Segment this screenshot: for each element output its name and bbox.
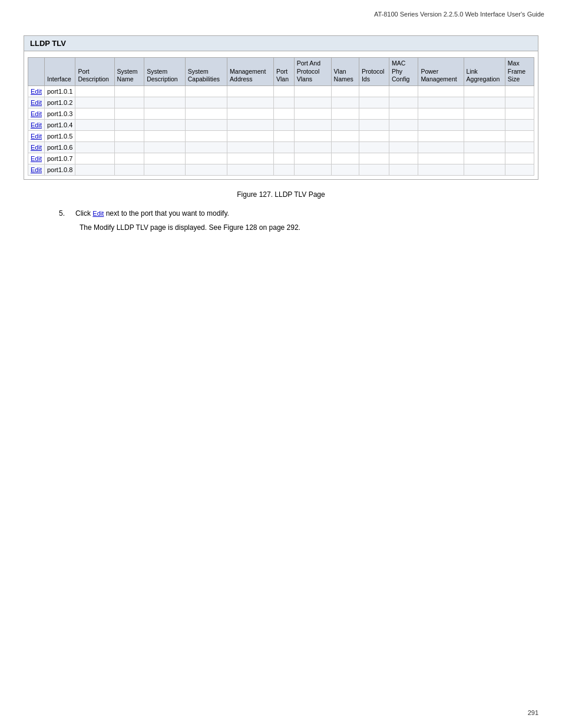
- data-cell: [331, 141, 359, 153]
- data-cell: [75, 85, 114, 97]
- data-cell: [227, 108, 274, 119]
- data-cell: [389, 108, 418, 119]
- data-cell: [75, 164, 114, 175]
- data-cell: [331, 85, 359, 97]
- edit-cell[interactable]: Edit: [28, 164, 45, 175]
- edit-cell[interactable]: Edit: [28, 108, 45, 119]
- data-cell: [389, 141, 418, 153]
- data-cell: [418, 97, 464, 108]
- data-cell: [359, 108, 389, 119]
- data-cell: [274, 85, 295, 97]
- data-cell: [464, 164, 505, 175]
- table-row: Editport1.0.4: [28, 119, 534, 130]
- data-cell: [75, 119, 114, 130]
- edit-link[interactable]: Edit: [31, 166, 42, 173]
- edit-link[interactable]: Edit: [31, 133, 42, 140]
- col-header-max-frame: Max Frame Size: [505, 58, 534, 86]
- edit-cell[interactable]: Edit: [28, 119, 45, 130]
- data-cell: [274, 130, 295, 141]
- interface-cell: port1.0.8: [44, 164, 75, 175]
- data-cell: [114, 97, 144, 108]
- edit-link-step[interactable]: Edit: [92, 210, 104, 217]
- data-cell: [185, 108, 227, 119]
- data-cell: [389, 164, 418, 175]
- edit-link[interactable]: Edit: [31, 99, 42, 106]
- step-text-before: Click: [75, 209, 92, 218]
- data-cell: [464, 153, 505, 164]
- edit-cell[interactable]: Edit: [28, 153, 45, 164]
- data-cell: [331, 164, 359, 175]
- data-cell: [185, 97, 227, 108]
- data-cell: [464, 141, 505, 153]
- interface-cell: port1.0.1: [44, 85, 75, 97]
- data-cell: [144, 85, 186, 97]
- data-cell: [114, 164, 144, 175]
- edit-cell[interactable]: Edit: [28, 97, 45, 108]
- data-cell: [114, 108, 144, 119]
- data-cell: [227, 97, 274, 108]
- data-cell: [359, 85, 389, 97]
- step-text-after: next to the port that you want to modify…: [104, 209, 229, 218]
- step-body: Click Edit next to the port that you wan…: [75, 209, 538, 218]
- data-cell: [505, 130, 534, 141]
- edit-link[interactable]: Edit: [31, 110, 42, 117]
- col-header-mac-phy: MAC Phy Config: [389, 58, 418, 86]
- data-cell: [227, 153, 274, 164]
- edit-link[interactable]: Edit: [31, 88, 42, 95]
- edit-link[interactable]: Edit: [31, 155, 42, 162]
- data-cell: [227, 85, 274, 97]
- data-cell: [505, 153, 534, 164]
- data-cell: [185, 141, 227, 153]
- interface-cell: port1.0.2: [44, 97, 75, 108]
- data-cell: [418, 153, 464, 164]
- table-body: Editport1.0.1Editport1.0.2Editport1.0.3E…: [28, 85, 534, 175]
- data-cell: [114, 85, 144, 97]
- edit-link[interactable]: Edit: [31, 144, 42, 151]
- col-header-mgmt-addr: Management Address: [227, 58, 274, 86]
- data-cell: [418, 108, 464, 119]
- edit-cell[interactable]: Edit: [28, 130, 45, 141]
- data-cell: [185, 153, 227, 164]
- col-header-proto-ids: Protocol Ids: [359, 58, 389, 86]
- table-row: Editport1.0.8: [28, 164, 534, 175]
- col-header-power-mgmt: Power Management: [418, 58, 464, 86]
- data-cell: [274, 164, 295, 175]
- data-cell: [294, 153, 331, 164]
- data-cell: [359, 153, 389, 164]
- data-cell: [75, 130, 114, 141]
- table-header-row: Interface Port Description System Name S…: [28, 58, 534, 86]
- page-number: 291: [528, 709, 538, 716]
- data-cell: [464, 97, 505, 108]
- col-header-system-name: System Name: [114, 58, 144, 86]
- col-header-port-desc: Port Description: [75, 58, 114, 86]
- interface-cell: port1.0.3: [44, 108, 75, 119]
- data-cell: [294, 85, 331, 97]
- data-cell: [359, 164, 389, 175]
- data-cell: [185, 85, 227, 97]
- data-cell: [389, 153, 418, 164]
- data-cell: [505, 164, 534, 175]
- data-cell: [144, 108, 186, 119]
- data-cell: [418, 119, 464, 130]
- edit-link[interactable]: Edit: [31, 121, 42, 129]
- data-cell: [144, 164, 186, 175]
- table-row: Editport1.0.5: [28, 130, 534, 141]
- data-cell: [464, 119, 505, 130]
- step-number: 5.: [59, 209, 71, 218]
- interface-cell: port1.0.7: [44, 153, 75, 164]
- col-header-interface: Interface: [44, 58, 75, 86]
- data-cell: [464, 108, 505, 119]
- data-cell: [75, 141, 114, 153]
- table-title: LLDP TLV: [24, 36, 538, 51]
- data-cell: [505, 97, 534, 108]
- data-cell: [114, 130, 144, 141]
- edit-cell[interactable]: Edit: [28, 141, 45, 153]
- data-cell: [75, 108, 114, 119]
- edit-cell[interactable]: Edit: [28, 85, 45, 97]
- data-cell: [505, 119, 534, 130]
- table-row: Editport1.0.6: [28, 141, 534, 153]
- col-header-link-agg: Link Aggregation: [464, 58, 505, 86]
- data-cell: [227, 141, 274, 153]
- data-cell: [185, 119, 227, 130]
- data-cell: [114, 141, 144, 153]
